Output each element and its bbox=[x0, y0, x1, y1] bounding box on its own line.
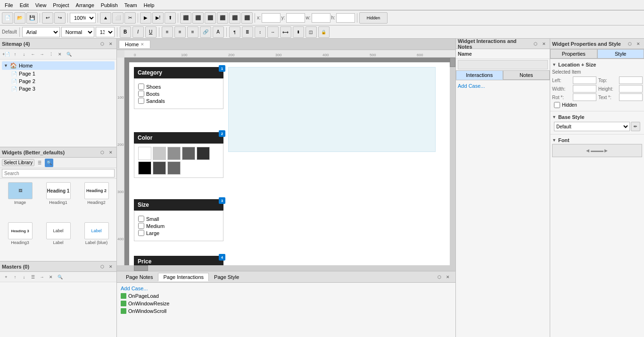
sitemap-indent-left[interactable]: ← bbox=[29, 50, 37, 59]
masters-down[interactable]: ↓ bbox=[20, 273, 28, 281]
sitemap-more[interactable]: ⋮ bbox=[47, 50, 55, 59]
masters-delete[interactable]: ✕ bbox=[47, 273, 55, 281]
sitemap-expand-icon[interactable]: ⬡ bbox=[99, 40, 106, 48]
interaction-onwindowscroll[interactable]: OnWindowScroll bbox=[121, 307, 452, 315]
hscrollbar-thumb[interactable] bbox=[134, 265, 148, 271]
undo-button[interactable]: ↩ bbox=[42, 12, 53, 24]
checkbox-large[interactable]: Large bbox=[138, 230, 219, 236]
sitemap-close-icon[interactable]: ✕ bbox=[107, 40, 115, 48]
bold-button[interactable]: B bbox=[120, 26, 131, 38]
shoes-checkbox[interactable] bbox=[138, 84, 144, 90]
checkbox-sandals[interactable]: Sandals bbox=[138, 98, 219, 104]
widgets-expand-icon[interactable]: ⬡ bbox=[99, 149, 106, 156]
save-button[interactable]: 💾 bbox=[26, 12, 38, 24]
checkbox-medium[interactable]: Medium bbox=[138, 223, 219, 229]
link-button[interactable]: 🔗 bbox=[200, 26, 211, 38]
widget-label[interactable]: Label Label bbox=[40, 221, 76, 259]
masters-add[interactable]: + bbox=[2, 273, 10, 281]
publish-button[interactable]: ⬆ bbox=[165, 12, 176, 24]
library-select[interactable]: Select Library bbox=[2, 159, 34, 166]
tab-page-interactions[interactable]: Page Interactions bbox=[158, 273, 209, 281]
format-btn1[interactable]: ¶ bbox=[229, 26, 240, 38]
w-input[interactable] bbox=[312, 13, 330, 23]
sitemap-item-page3[interactable]: 📄 Page 3 bbox=[2, 85, 115, 93]
canvas-tab-home[interactable]: Home ✕ bbox=[119, 40, 150, 48]
sandals-checkbox[interactable] bbox=[138, 98, 144, 104]
lock-button[interactable]: 🔒 bbox=[318, 26, 330, 38]
menu-publish[interactable]: Publish bbox=[98, 1, 121, 9]
pointer-tool[interactable]: ▲ bbox=[100, 12, 111, 24]
library-search-btn[interactable]: 🔍 bbox=[45, 159, 53, 167]
large-checkbox[interactable] bbox=[138, 230, 144, 236]
tab-style[interactable]: Style bbox=[597, 49, 644, 59]
canvas-page[interactable]: Category Shoes Boots Sandals 1 bbox=[129, 62, 450, 265]
menu-edit[interactable]: Edit bbox=[17, 1, 32, 9]
swatch-charcoal[interactable] bbox=[153, 161, 166, 175]
hidden-toggle[interactable]: Hidden bbox=[359, 12, 388, 24]
widget-heading3[interactable]: Heading 3 Heading3 bbox=[2, 221, 38, 259]
tab-notes[interactable]: Notes bbox=[503, 70, 550, 80]
x-input[interactable] bbox=[262, 13, 281, 23]
format-btn6[interactable]: ⬍ bbox=[293, 26, 304, 38]
font-section-header[interactable]: ▼ Font bbox=[552, 136, 642, 144]
sitemap-item-page1[interactable]: 📄 Page 1 bbox=[2, 70, 115, 77]
align-text-center[interactable]: ≡ bbox=[174, 26, 186, 38]
boots-checkbox[interactable] bbox=[138, 91, 144, 97]
right-interactions-close-icon[interactable]: ✕ bbox=[540, 40, 548, 48]
swatch-medium-gray[interactable] bbox=[167, 161, 181, 175]
masters-search[interactable]: 🔍 bbox=[56, 273, 64, 281]
masters-up[interactable]: ↑ bbox=[11, 273, 19, 281]
tab-properties[interactable]: Properties bbox=[550, 49, 597, 59]
tab-interactions[interactable]: Interactions bbox=[456, 70, 503, 80]
add-case-link[interactable]: Add Case... bbox=[121, 285, 452, 292]
widget-price[interactable]: Price $___ 4 bbox=[134, 256, 223, 265]
menu-view[interactable]: View bbox=[33, 1, 50, 9]
sitemap-item-page2[interactable]: 📄 Page 2 bbox=[2, 77, 115, 85]
align-top[interactable]: ⬛ bbox=[217, 12, 228, 24]
masters-next[interactable]: → bbox=[38, 273, 46, 281]
redo-button[interactable]: ↪ bbox=[54, 12, 66, 24]
left-input[interactable] bbox=[573, 76, 596, 84]
sitemap-move-down[interactable]: ↓ bbox=[20, 50, 28, 59]
bottom-close-icon[interactable]: ✕ bbox=[444, 273, 452, 281]
swatch-dark-gray[interactable] bbox=[182, 147, 195, 160]
open-button[interactable]: 📂 bbox=[14, 12, 25, 24]
widget-size[interactable]: Size Small Medium Large 3 bbox=[134, 199, 223, 241]
new-button[interactable]: 📄 bbox=[2, 12, 13, 24]
format-btn2[interactable]: ≣ bbox=[242, 26, 253, 38]
medium-checkbox[interactable] bbox=[138, 223, 144, 229]
widget-label-blue[interactable]: Label Label (blue) bbox=[78, 221, 115, 259]
base-style-header[interactable]: ▼ Base Style bbox=[552, 113, 642, 121]
align-middle[interactable]: ⬛ bbox=[229, 12, 240, 24]
italic-button[interactable]: I bbox=[132, 26, 144, 38]
widget-color[interactable]: Color bbox=[134, 132, 223, 178]
hidden-checkbox[interactable] bbox=[554, 102, 560, 108]
canvas-tab-close[interactable]: ✕ bbox=[140, 42, 144, 47]
checkbox-small[interactable]: Small bbox=[138, 216, 219, 222]
zoom-select[interactable]: 100% 75% 50% 150% 200% bbox=[70, 13, 96, 23]
style-select[interactable]: Normal Bold Italic bbox=[61, 27, 94, 37]
text-input[interactable] bbox=[619, 93, 643, 101]
base-style-select[interactable]: Default bbox=[554, 122, 630, 131]
swatch-black[interactable] bbox=[138, 161, 151, 175]
widget-search-input[interactable] bbox=[2, 169, 115, 177]
menu-arrange[interactable]: Arrange bbox=[73, 1, 97, 9]
height-input[interactable] bbox=[619, 85, 643, 93]
format-btn7[interactable]: ◫ bbox=[305, 26, 317, 38]
masters-menu[interactable]: ☰ bbox=[29, 273, 37, 281]
small-checkbox[interactable] bbox=[138, 216, 144, 222]
widget-image[interactable]: 🖼 Image bbox=[2, 181, 38, 219]
h-input[interactable] bbox=[336, 13, 355, 23]
sitemap-move-up[interactable]: ↑ bbox=[11, 50, 19, 59]
frame-tool[interactable]: ⬜ bbox=[112, 12, 124, 24]
crop-tool[interactable]: ✂ bbox=[124, 12, 136, 24]
swatch-white[interactable] bbox=[138, 147, 151, 160]
sitemap-search[interactable]: 🔍 bbox=[65, 50, 73, 59]
preview-button[interactable]: ▶ bbox=[140, 12, 151, 24]
vscrollbar[interactable] bbox=[450, 58, 455, 265]
align-right[interactable]: ⬛ bbox=[205, 12, 216, 24]
format-btn3[interactable]: ↕ bbox=[255, 26, 266, 38]
menu-team[interactable]: Team bbox=[122, 1, 140, 9]
menu-file[interactable]: File bbox=[2, 1, 16, 9]
align-bottom[interactable]: ⬛ bbox=[241, 12, 253, 24]
